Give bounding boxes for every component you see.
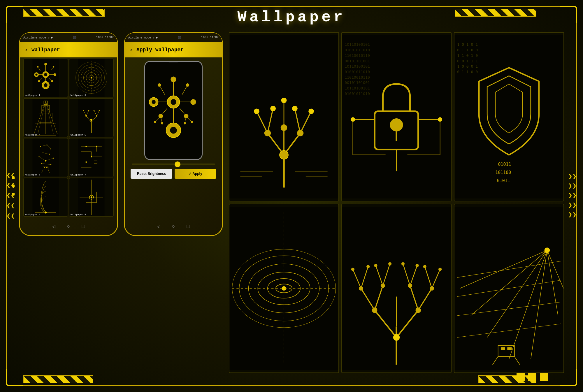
svg-point-246 (545, 247, 550, 253)
wallpaper-item-6[interactable]: Wallpaper 6 (23, 138, 68, 177)
left-dots (12, 176, 15, 196)
right-phone-status-bar: Airplane mode ✈ ▶ 100+ 11:07 (125, 33, 222, 42)
svg-point-9 (35, 73, 37, 75)
brightness-thumb[interactable] (175, 161, 180, 167)
dot-2 (12, 184, 15, 187)
brightness-slider-container (128, 164, 219, 165)
gallery-item-6[interactable] (454, 204, 564, 373)
wallpaper-4-label: Wallpaper 4 (25, 133, 40, 136)
chevron-left-5: ❮❮ (6, 212, 15, 221)
left-phone-title: Wallpaper (31, 47, 60, 53)
svg-point-91 (85, 161, 87, 163)
bottom-indicators (517, 373, 548, 381)
apply-buttons: Reset Brightness ✓ Apply (128, 169, 219, 179)
svg-point-216 (415, 307, 421, 313)
svg-rect-242 (501, 347, 505, 350)
svg-text:00101101001: 00101101001 (345, 59, 370, 63)
wallpaper-item-1[interactable]: Wallpaper 1 (23, 59, 68, 97)
wallpaper-preview (144, 61, 203, 160)
chevron-right-4: ❯❯ (568, 201, 577, 210)
svg-text:101100: 101100 (495, 170, 511, 175)
svg-point-95 (45, 211, 47, 213)
svg-point-227 (423, 265, 426, 268)
chevron-right-1: ❯❯ (568, 173, 577, 181)
wallpaper-1-label: Wallpaper 1 (25, 94, 40, 96)
reset-brightness-button[interactable]: Reset Brightness (131, 169, 172, 179)
svg-text:01011: 01011 (498, 162, 511, 167)
brightness-slider[interactable] (132, 164, 215, 165)
right-phone-camera (178, 36, 181, 39)
wallpaper-item-5[interactable]: Wallpaper 5 (69, 99, 114, 137)
svg-point-141 (308, 108, 314, 114)
svg-point-117 (158, 83, 161, 87)
svg-point-146 (280, 150, 288, 159)
svg-point-148 (264, 130, 271, 136)
svg-text:10110100101: 10110100101 (345, 42, 370, 47)
svg-point-130 (191, 121, 193, 123)
svg-point-20 (51, 80, 53, 82)
wallpaper-5-label: Wallpaper 5 (71, 133, 86, 136)
svg-point-50 (85, 115, 87, 116)
svg-point-221 (351, 268, 354, 271)
svg-text:11010010110: 11010010110 (345, 75, 370, 80)
svg-point-90 (91, 156, 92, 158)
svg-rect-74 (44, 167, 45, 168)
left-phone: Airplane mode ✈ ▶ 100+ 11:07 ‹ Wallpaper (19, 32, 118, 236)
apply-button[interactable]: ✓ Apply (175, 169, 216, 179)
wallpaper-item-7[interactable]: Wallpaper 7 (69, 138, 114, 177)
svg-point-16 (53, 66, 54, 67)
svg-point-220 (430, 286, 434, 291)
wallpaper-3-label: Wallpaper 3 (71, 94, 86, 96)
hazard-stripe-top-right (455, 9, 536, 17)
right-back-button[interactable]: ‹ (129, 47, 133, 53)
svg-point-228 (438, 268, 442, 271)
svg-point-217 (359, 286, 363, 291)
right-nav-recent-icon[interactable]: □ (187, 224, 190, 229)
svg-text:1 1 0 1 0: 1 1 0 1 0 (457, 53, 478, 58)
wallpaper-item-8[interactable]: Wallpaper 8 (23, 178, 68, 217)
wallpaper-item-4[interactable]: Wallpaper 4 (23, 99, 68, 137)
svg-text:0 0 1 1 1: 0 0 1 1 1 (457, 59, 478, 63)
gallery-item-3[interactable]: 1 0 1 0 1 0 1 1 0 0 1 1 0 1 0 0 0 1 1 1 … (454, 32, 564, 201)
gallery-item-1[interactable] (229, 32, 339, 201)
wallpaper-item-9[interactable]: Wallpaper 9 (69, 178, 114, 217)
svg-point-128 (161, 122, 163, 124)
gallery-item-4[interactable] (229, 204, 339, 373)
svg-point-89 (96, 146, 97, 147)
svg-text:01011: 01011 (497, 178, 510, 183)
dot-3 (12, 193, 15, 196)
nav-recent-icon[interactable]: □ (82, 224, 85, 229)
svg-point-218 (381, 284, 385, 288)
svg-point-54 (94, 110, 95, 111)
wallpaper-grid-2col: Wallpaper 1 Wallpape (22, 57, 115, 218)
content-area: Airplane mode ✈ ▶ 100+ 11:07 ‹ Wallpaper (19, 32, 564, 373)
right-nav-home-icon[interactable]: ○ (172, 224, 175, 229)
svg-point-55 (99, 110, 100, 111)
nav-home-icon[interactable]: ○ (67, 224, 70, 229)
chevron-right-3: ❯❯ (568, 192, 577, 200)
svg-point-52 (83, 110, 84, 111)
svg-point-118 (186, 83, 189, 87)
apply-phone-content: Reset Brightness ✓ Apply (125, 57, 222, 218)
svg-point-49 (90, 119, 92, 121)
svg-point-224 (388, 262, 391, 266)
dot-1 (12, 176, 15, 179)
right-phone-nav: ◁ ○ □ (125, 220, 222, 233)
hazard-stripe-bottom-left (23, 375, 93, 383)
svg-point-10 (54, 73, 56, 76)
gallery-item-5[interactable] (341, 204, 452, 373)
left-back-button[interactable]: ‹ (24, 47, 28, 53)
svg-point-176 (438, 117, 442, 122)
svg-text:01001011010: 01001011010 (345, 70, 370, 74)
right-nav-back-icon[interactable]: ◁ (157, 223, 160, 230)
wallpaper-6-label: Wallpaper 6 (25, 173, 40, 176)
nav-back-icon[interactable]: ◁ (52, 223, 55, 230)
gallery-item-2[interactable]: 10110100101 01001011010 11010010110 0010… (341, 32, 452, 201)
left-phone-status-bar: Airplane mode ✈ ▶ 100+ 11:07 (20, 33, 117, 42)
svg-rect-56 (33, 138, 59, 177)
corner-tr (560, 6, 577, 23)
right-chevrons: ❯❯ ❯❯ ❯❯ ❯❯ ❯❯ (568, 173, 577, 219)
svg-text:10110100101: 10110100101 (345, 86, 370, 90)
wallpaper-item-3[interactable]: Wallpaper 3 (69, 59, 114, 97)
svg-point-223 (374, 264, 377, 267)
